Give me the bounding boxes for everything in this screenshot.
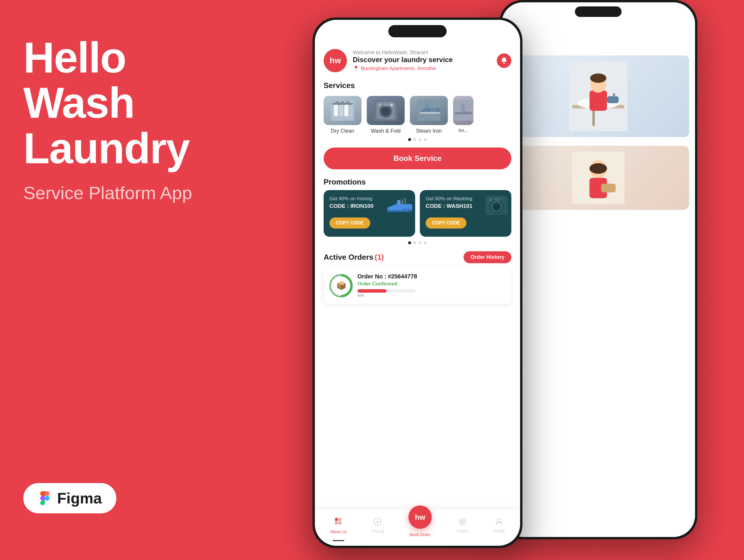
service-card-dry-clean[interactable]: Dry Clean bbox=[324, 96, 362, 134]
svg-point-6 bbox=[590, 73, 606, 83]
nav-about-us[interactable]: About Us bbox=[330, 517, 347, 534]
service-card-wash-fold[interactable]: Wash & Fold bbox=[367, 96, 405, 134]
svg-rect-19 bbox=[344, 105, 348, 116]
svg-point-32 bbox=[434, 112, 435, 113]
back-button[interactable]: ‹ bbox=[507, 32, 689, 44]
promo-cards-row: Get 40% on Ironing CODE : IRON100 bbox=[324, 190, 511, 237]
svg-point-26 bbox=[378, 104, 381, 106]
location-row: 📍 Buckingham Apartments, Amrutha bbox=[353, 65, 491, 72]
svg-point-37 bbox=[403, 209, 404, 210]
steam-iron-label: Steam Iron bbox=[416, 128, 442, 134]
bottom-nav: About Us Pricing bbox=[315, 509, 520, 546]
order-status: Order Confirmed bbox=[358, 281, 506, 287]
book-order-label: Book Order bbox=[410, 532, 431, 537]
subtitle: Service Platform App bbox=[23, 183, 204, 203]
svg-rect-48 bbox=[335, 518, 338, 521]
nav-book-order[interactable]: hw Book Order bbox=[408, 514, 432, 537]
figma-badge: Figma bbox=[23, 483, 116, 513]
phone-secondary: ‹ bbox=[499, 0, 697, 539]
svg-rect-27 bbox=[383, 104, 389, 106]
person-illustration bbox=[507, 55, 689, 137]
svg-rect-13 bbox=[601, 184, 616, 192]
promo-dot-3 bbox=[419, 241, 421, 244]
svg-rect-35 bbox=[461, 104, 465, 112]
dynamic-island bbox=[388, 25, 447, 37]
dot-3 bbox=[419, 138, 421, 141]
promo-iron-icon bbox=[386, 196, 412, 216]
orders-section: Active Orders (1) Order History bbox=[315, 248, 520, 307]
phones-container: ‹ bbox=[277, 0, 744, 560]
order-card: 📦 Order No : #25644778 Order Confirmed 5… bbox=[324, 267, 511, 304]
about-us-icon bbox=[334, 517, 342, 528]
svg-rect-8 bbox=[613, 93, 615, 97]
svg-point-25 bbox=[382, 107, 390, 115]
iron-image bbox=[453, 96, 474, 125]
promo-dots bbox=[324, 240, 511, 246]
promo-dot-4 bbox=[424, 241, 427, 244]
service-card-iron[interactable]: Iro... bbox=[453, 96, 474, 134]
orders-label: Orders bbox=[456, 529, 469, 533]
orders-title-row: Active Orders (1) bbox=[324, 253, 384, 262]
location-text: Buckingham Apartments, Amrutha bbox=[361, 66, 436, 71]
svg-point-43 bbox=[492, 202, 500, 211]
svg-rect-30 bbox=[426, 103, 429, 108]
notification-icon[interactable] bbox=[497, 53, 511, 68]
svg-point-14 bbox=[504, 63, 505, 64]
orders-count: (1) bbox=[375, 253, 384, 261]
orders-icon bbox=[458, 518, 467, 527]
svg-rect-17 bbox=[334, 105, 338, 116]
progress-bar bbox=[358, 289, 416, 293]
active-nav-indicator bbox=[333, 540, 344, 541]
dot-4 bbox=[424, 138, 427, 141]
nav-profile[interactable]: Profile bbox=[493, 518, 505, 533]
svg-point-38 bbox=[406, 209, 407, 210]
main-title: Hello Wash Laundry bbox=[23, 35, 204, 171]
service-card-steam-iron[interactable]: Steam Iron bbox=[410, 96, 448, 134]
dot-1 bbox=[408, 138, 411, 141]
app-header: hw Welcome to HelloWash, Sharan! Discove… bbox=[315, 43, 520, 78]
svg-rect-18 bbox=[339, 105, 343, 116]
pricing-label: Pricing bbox=[371, 529, 384, 533]
welcome-text: Welcome to HelloWash, Sharan! bbox=[353, 49, 491, 56]
progress-circle-svg bbox=[329, 274, 353, 297]
header-text-block: Welcome to HelloWash, Sharan! Discover y… bbox=[353, 49, 491, 72]
progress-label: 50% bbox=[358, 294, 416, 298]
promotions-title: Promotions bbox=[324, 178, 511, 187]
svg-point-31 bbox=[431, 112, 432, 113]
book-order-center-button[interactable]: hw bbox=[408, 506, 432, 529]
order-info: Order No : #25644778 Order Confirmed 50% bbox=[358, 273, 506, 298]
book-service-button[interactable]: Book Service bbox=[324, 148, 511, 170]
dry-clean-image bbox=[324, 96, 362, 125]
wash-fold-label: Wash & Fold bbox=[371, 128, 401, 134]
pricing-icon bbox=[373, 518, 382, 527]
promo-card-wash: Get 50% on Washing CODE : WASH101 bbox=[420, 190, 511, 237]
promo-dot-2 bbox=[413, 241, 416, 244]
orders-header: Active Orders (1) Order History bbox=[324, 251, 511, 263]
svg-rect-20 bbox=[349, 105, 352, 116]
svg-rect-51 bbox=[338, 522, 341, 524]
nav-pricing[interactable]: Pricing bbox=[371, 518, 384, 533]
wash-fold-image bbox=[367, 96, 405, 125]
steam-iron-image bbox=[410, 96, 448, 125]
svg-point-44 bbox=[489, 198, 492, 201]
iron-label: Iro... bbox=[458, 128, 468, 133]
nav-orders[interactable]: Orders bbox=[456, 518, 469, 533]
profile-icon bbox=[495, 518, 503, 527]
svg-rect-16 bbox=[332, 103, 353, 105]
order-circle-progress: 📦 bbox=[329, 274, 353, 297]
copy-wash-code-button[interactable]: COPY CODE bbox=[425, 218, 467, 229]
services-list: Dry Clean bbox=[315, 93, 520, 137]
dry-clean-label: Dry Clean bbox=[331, 128, 354, 134]
svg-rect-50 bbox=[335, 522, 338, 524]
figma-label: Figma bbox=[57, 489, 102, 507]
dot-2 bbox=[413, 138, 416, 141]
about-us-label: About Us bbox=[330, 529, 347, 534]
figma-icon bbox=[38, 491, 52, 505]
svg-rect-7 bbox=[607, 96, 619, 103]
profile-label: Profile bbox=[493, 529, 505, 533]
order-history-button[interactable]: Order History bbox=[463, 251, 511, 263]
promo-wash-icon bbox=[484, 194, 509, 216]
promotions-section: Promotions Get 40% on Ironing CODE : IRO… bbox=[315, 175, 520, 248]
service-preview-card bbox=[507, 146, 689, 210]
copy-iron-code-button[interactable]: COPY CODE bbox=[329, 218, 370, 229]
